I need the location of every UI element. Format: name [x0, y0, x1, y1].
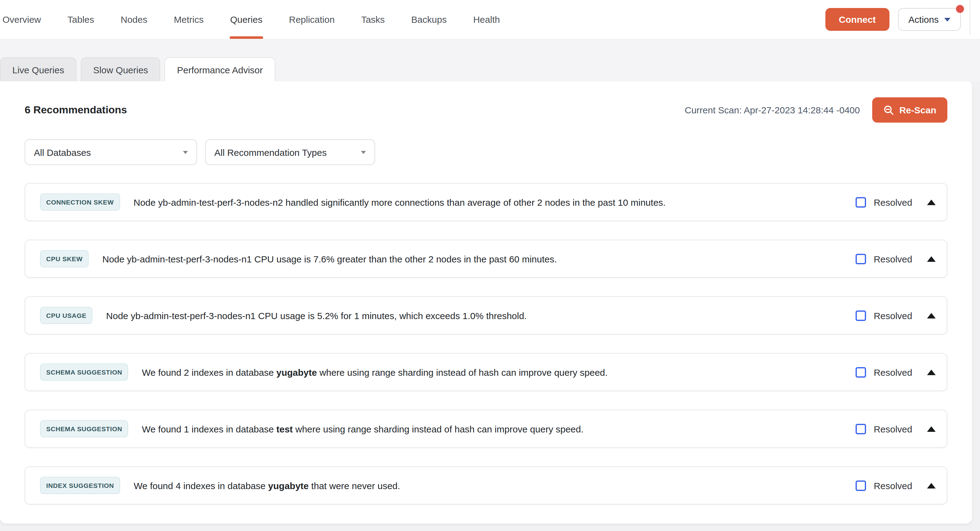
- recommendation-description: Node yb-admin-test-perf-3-nodes-n1 CPU u…: [102, 253, 557, 264]
- resolved-checkbox[interactable]: [856, 423, 866, 434]
- nav-item-replication[interactable]: Replication: [289, 0, 334, 39]
- caret-up-icon[interactable]: [927, 256, 935, 261]
- recommendation-card-left: CPU SKEW Node yb-admin-test-perf-3-nodes…: [40, 250, 557, 267]
- database-filter-dropdown[interactable]: All Databases: [25, 139, 197, 165]
- recommendation-card-right: Resolved: [856, 480, 935, 491]
- tab-performance-advisor[interactable]: Performance Advisor: [165, 57, 275, 81]
- recommendation-type-badge: SCHEMA SUGGESTION: [40, 420, 129, 437]
- resolved-label: Resolved: [874, 480, 912, 491]
- caret-up-icon[interactable]: [927, 483, 935, 488]
- rescan-button[interactable]: Re-Scan: [872, 97, 947, 122]
- resolved-checkbox[interactable]: [856, 310, 866, 321]
- actions-button[interactable]: Actions: [898, 8, 961, 31]
- nav-item-tables[interactable]: Tables: [67, 0, 94, 39]
- recommendation-type-badge: SCHEMA SUGGESTION: [40, 363, 129, 381]
- caret-down-icon: [944, 17, 950, 21]
- recommendation-description: We found 1 indexes in database test wher…: [142, 423, 584, 434]
- database-filter-value: All Databases: [34, 147, 91, 157]
- nav-item-queries[interactable]: Queries: [230, 0, 262, 39]
- recommendation-card-left: CPU USAGE Node yb-admin-test-perf-3-node…: [40, 307, 527, 324]
- recommendation-card-left: INDEX SUGGESTION We found 4 indexes in d…: [40, 477, 400, 494]
- navbar-divider: [969, 0, 970, 35]
- recommendation-type-filter-dropdown[interactable]: All Recommendation Types: [205, 139, 375, 165]
- caret-down-icon: [183, 151, 188, 154]
- recommendation-card[interactable]: SCHEMA SUGGESTION We found 1 indexes in …: [25, 410, 947, 448]
- nav-item-nodes[interactable]: Nodes: [121, 0, 148, 39]
- recommendation-card-left: SCHEMA SUGGESTION We found 2 indexes in …: [40, 363, 608, 381]
- nav-item-tasks[interactable]: Tasks: [361, 0, 385, 39]
- recommendation-description: We found 4 indexes in database yugabyte …: [134, 480, 400, 491]
- recommendation-card-right: Resolved: [856, 253, 935, 264]
- nav-item-health[interactable]: Health: [473, 0, 500, 39]
- recommendation-type-badge: CPU SKEW: [40, 250, 89, 267]
- resolved-checkbox[interactable]: [856, 367, 866, 377]
- queries-tabstrip: Live Queries Slow Queries Performance Ad…: [0, 39, 980, 81]
- caret-up-icon[interactable]: [927, 426, 935, 431]
- recommendation-type-badge: INDEX SUGGESTION: [40, 477, 120, 494]
- recommendation-description: Node yb-admin-test-perf-3-nodes-n2 handl…: [134, 197, 665, 207]
- resolved-label: Resolved: [874, 253, 912, 264]
- caret-down-icon: [361, 151, 366, 154]
- recommendation-description: Node yb-admin-test-perf-3-nodes-n1 CPU u…: [106, 310, 527, 321]
- notification-dot-badge: [956, 5, 964, 13]
- tab-live-queries[interactable]: Live Queries: [0, 57, 76, 81]
- nav-item-metrics[interactable]: Metrics: [174, 0, 204, 39]
- recommendation-type-badge: CONNECTION SKEW: [40, 194, 120, 211]
- resolved-checkbox[interactable]: [856, 253, 866, 264]
- recommendation-card-left: CONNECTION SKEW Node yb-admin-test-perf-…: [40, 194, 665, 211]
- advisor-header: 6 Recommendations Current Scan: Apr-27-2…: [0, 81, 972, 122]
- recommendation-card[interactable]: CONNECTION SKEW Node yb-admin-test-perf-…: [25, 183, 947, 221]
- advisor-header-right: Current Scan: Apr-27-2023 14:28:44 -0400…: [685, 97, 947, 122]
- recommendation-card[interactable]: CPU SKEW Node yb-admin-test-perf-3-nodes…: [25, 240, 947, 278]
- recommendations-count-heading: 6 Recommendations: [25, 104, 127, 116]
- resolved-checkbox[interactable]: [856, 480, 866, 491]
- recommendation-card-right: Resolved: [856, 367, 935, 377]
- recommendation-card[interactable]: INDEX SUGGESTION We found 4 indexes in d…: [25, 466, 947, 504]
- caret-up-icon[interactable]: [927, 199, 935, 205]
- recommendation-card[interactable]: SCHEMA SUGGESTION We found 2 indexes in …: [25, 353, 947, 391]
- resolved-label: Resolved: [874, 423, 912, 434]
- recommendations-list: CONNECTION SKEW Node yb-admin-test-perf-…: [0, 165, 972, 504]
- resolved-label: Resolved: [874, 310, 912, 321]
- universe-navbar: Overview Tables Nodes Metrics Queries Re…: [0, 0, 980, 39]
- recommendation-type-filter-value: All Recommendation Types: [214, 147, 327, 157]
- recommendation-description: We found 2 indexes in database yugabyte …: [142, 367, 608, 377]
- recommendation-card-right: Resolved: [856, 310, 935, 321]
- recommendation-card-left: SCHEMA SUGGESTION We found 1 indexes in …: [40, 420, 584, 437]
- resolved-label: Resolved: [874, 197, 912, 207]
- resolved-checkbox[interactable]: [856, 197, 866, 207]
- tab-slow-queries[interactable]: Slow Queries: [81, 57, 160, 81]
- caret-up-icon[interactable]: [927, 369, 935, 375]
- recommendation-card[interactable]: CPU USAGE Node yb-admin-test-perf-3-node…: [25, 296, 947, 334]
- advisor-filters: All Databases All Recommendation Types: [0, 122, 972, 165]
- current-scan-timestamp: Current Scan: Apr-27-2023 14:28:44 -0400: [685, 105, 860, 115]
- actions-button-label: Actions: [908, 14, 939, 25]
- nav-item-backups[interactable]: Backups: [411, 0, 447, 39]
- resolved-label: Resolved: [874, 367, 912, 377]
- caret-up-icon[interactable]: [927, 313, 935, 318]
- rescan-button-label: Re-Scan: [899, 105, 936, 115]
- recommendation-card-right: Resolved: [856, 423, 935, 434]
- nav-item-overview[interactable]: Overview: [2, 0, 41, 39]
- recommendation-type-badge: CPU USAGE: [40, 307, 93, 324]
- magnifier-zoom-out-icon: [883, 105, 894, 116]
- recommendation-card-right: Resolved: [856, 197, 935, 207]
- connect-button[interactable]: Connect: [826, 8, 889, 31]
- performance-advisor-page: Overview Tables Nodes Metrics Queries Re…: [0, 0, 980, 531]
- performance-advisor-panel: 6 Recommendations Current Scan: Apr-27-2…: [0, 81, 972, 524]
